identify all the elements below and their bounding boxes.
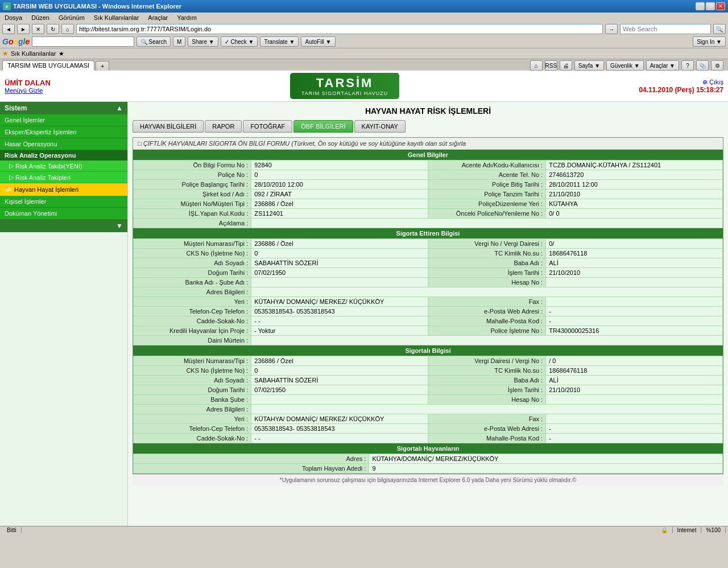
address-input[interactable] (76, 24, 603, 34)
autofill-button[interactable]: AutoFill ▼ (301, 36, 335, 47)
tab-fotograf[interactable]: FOTOĞRAF (243, 120, 292, 133)
browser-rss-btn[interactable]: RSS (545, 60, 557, 71)
section-genel-bilgiler: Genel Bilgiler (133, 150, 723, 160)
stop-button[interactable]: ✕ (32, 24, 44, 34)
signin-button[interactable]: Sign In ▼ (693, 36, 726, 47)
share-button[interactable]: Share ▼ (188, 36, 218, 47)
page-btn[interactable]: Sayfa ▼ (574, 60, 604, 71)
menu-dosya[interactable]: Dosya (2, 14, 24, 22)
tarsim-logo: TARSİM TARIM SİGORTALARI HAVUZU (290, 73, 399, 99)
bottom-notice: *Uygulamanın sorunsuz çalışması için bil… (133, 474, 723, 485)
sidebar-item-kisisel[interactable]: Kişisel İşlemler (0, 196, 127, 208)
browser-search-button[interactable]: 🔍 (713, 24, 726, 34)
status-bar: Bitti 🔒 Internet %100 (0, 526, 728, 534)
menu-goruntum[interactable]: Görünüm (56, 14, 87, 22)
menu-sk[interactable]: Sık Kullanılanlar (92, 14, 142, 22)
value-on-bilgi: 92840 (251, 160, 428, 170)
sidebar-header: Sistem ▲ (0, 102, 127, 114)
favorites-label[interactable]: Sık Kullanılanlar (11, 50, 56, 57)
tools-btn[interactable]: Araçlar ▼ (646, 60, 679, 71)
sigortali-bilgisi-table: Müşteri Numarası/Tipi : 236886 / Özel Ve… (133, 356, 723, 443)
translate-button[interactable]: Translate ▼ (260, 36, 299, 47)
go-button[interactable]: → (605, 24, 618, 34)
section-sigortali-hayvanlar: Sigortalı Hayvanların (133, 443, 723, 454)
table-row: CKS No (İşletme No) : 0 TC Kimlik No.su … (134, 366, 723, 376)
browser-search-input[interactable] (620, 24, 711, 34)
value-acente: TCZB.DOMANİÇ-KÜTAHYA / ZS112401 (546, 160, 723, 170)
table-row: Yeri : KÜTAHYA/ DOMANİÇ/ MERKEZ/ KÜÇÜKKÖ… (134, 414, 723, 424)
tab-kayit-onay[interactable]: KAYIT-ONAY (354, 120, 406, 133)
sigorta-ettiren-table: Müşteri Numarası/Tipi : 236886 / Özel Ve… (133, 238, 723, 345)
new-tab-button[interactable]: + (96, 61, 109, 71)
browser-tab-tarsim[interactable]: TARSIM WEB UYGULAMASI (2, 60, 94, 71)
menu-toggle-link[interactable]: Menüyü Gizle (5, 87, 43, 94)
table-row: İŞL.Yapan Kul.Kodu : ZS112401 Önceki Pol… (134, 209, 723, 219)
folder-icon: 📁 (5, 186, 13, 193)
favorites-bar: ★ Sık Kullanılanlar ★ (0, 48, 728, 59)
sidebar-item-eksper[interactable]: Eksper/Ekspertiz İşlemleri (0, 126, 127, 138)
check-button[interactable]: ✓ Check ▼ (221, 36, 258, 47)
table-row: Telefon-Cep Telefon : 05353818543- 05353… (134, 424, 723, 434)
logo-subtitle: TARIM SİGORTALARI HAVUZU (301, 90, 388, 96)
table-row: Müşteri Numarası/Tipi : 236886 / Özel Ve… (134, 356, 723, 366)
user-name: ÜMİT DALAN (5, 79, 51, 87)
favorites-star[interactable]: ★ (59, 50, 64, 57)
exit-button[interactable]: ⊕ Çıkış (639, 79, 723, 86)
sigortali-hayvanlar-table: Adres : KÜTAHYA/DOMANİÇ/ MERKEZ/KÜÇÜKKÖY… (133, 454, 723, 474)
table-row: Doğum Tarihi : 07/02/1950 İşlem Tarihi :… (134, 385, 723, 395)
sidebar-scroll-down-bar: ▼ (0, 220, 127, 232)
addon-btn1[interactable]: 📎 (696, 60, 709, 71)
addon-btn2[interactable]: ⚙ (711, 60, 723, 71)
security-btn[interactable]: Güvenlik ▼ (606, 60, 644, 71)
app-icon: e (3, 2, 11, 10)
maximize-button[interactable]: □ (706, 2, 715, 10)
genel-bilgiler-table: Ön Bilgi Formu No : 92840 Acente Adı/Kod… (133, 160, 723, 228)
arrow-icon-2: ▷ (9, 174, 14, 181)
table-row: Adı Soyadı : SABAHATTİN SÖZERİ Baba Adı … (134, 376, 723, 385)
sidebar-item-dokuman[interactable]: Doküman Yönetimi (0, 208, 127, 220)
address-bar: ◄ ► ✕ ↻ ⌂ → 🔍 (0, 23, 728, 35)
table-row: Banka Adı - Şube Adı : Hesap No : (134, 278, 723, 287)
sidebar-item-hayvan-hayat[interactable]: 📁 Hayvan Hayat İşlemleri (0, 183, 127, 196)
menu-yardim[interactable]: Yardım (175, 14, 199, 22)
menu-duzen[interactable]: Düzen (29, 14, 52, 22)
google-search-input[interactable] (32, 36, 134, 47)
tab-hayvan-bilgileri[interactable]: HAYVAN BİLGİLERİ (133, 120, 204, 133)
refresh-button[interactable]: ↻ (47, 24, 59, 34)
sidebar-scroll-down[interactable]: ▼ (116, 222, 123, 230)
sidebar-item-risk-takibi[interactable]: ▷ Risk Analiz Takibi(YENİ) (0, 160, 127, 172)
datetime-display: 04.11.2010 (Perş) 15:18:27 (639, 86, 723, 94)
menu-araclar[interactable]: Araçlar (146, 14, 170, 22)
status-text: Bitti (2, 527, 22, 533)
arrow-icon: ▷ (9, 162, 14, 170)
page-content: ÜMİT DALAN Menüyü Gizle TARSİM TARIM SİG… (0, 71, 728, 526)
tab-obf-bilgileri[interactable]: ÖBF BİLGİLERİ (293, 120, 353, 133)
label-acente: Acente Adı/Kodu-Kullanıcısı : (428, 160, 545, 170)
table-row: Adres : KÜTAHYA/DOMANİÇ/ MERKEZ/KÜÇÜKKÖY (134, 454, 723, 464)
sidebar-section-risk: Risk Analiz Operasyonu (0, 150, 127, 160)
sidebar-item-genel[interactable]: Genel İşlemler (0, 114, 127, 126)
section-sigortali-bilgisi: Sigortalı Bilgisi (133, 345, 723, 356)
table-row: Açıklama : (134, 219, 723, 228)
title-bar: e TARSIM WEB UYGULAMASI - Windows Intern… (0, 0, 728, 13)
page-title: HAYVAN HAYAT RİSK İŞLEMLERİ (133, 106, 723, 116)
back-button[interactable]: ◄ (2, 24, 15, 34)
browser-home-btn[interactable]: ⌂ (530, 60, 543, 71)
home-button[interactable]: ⌂ (61, 24, 74, 34)
google-search-button[interactable]: 🔍 Search (136, 36, 171, 47)
table-row: Adı Soyadı : SABAHATTİN SÖZERİ Baba Adı … (134, 258, 723, 268)
minimize-button[interactable]: _ (696, 2, 705, 10)
sidebar-scroll-up[interactable]: ▲ (116, 104, 123, 112)
gmail-button[interactable]: M (173, 36, 185, 47)
browser-print-btn[interactable]: 🖨 (560, 60, 572, 71)
form-description: □ ÇİFTLİK HAYVANLARI SİGORTA ÖN BİLGİ FO… (133, 138, 723, 150)
forward-button[interactable]: ► (17, 24, 30, 34)
close-button[interactable]: ✕ (716, 2, 725, 10)
table-row: CKS No (İşletme No) : 0 TC Kimlik No.su … (134, 249, 723, 258)
tab-rapor[interactable]: RAPOR (205, 120, 242, 133)
sidebar-item-risk-takipleri[interactable]: ▷ Risk Analiz Takipleri (0, 172, 127, 183)
security-icon: 🔒 (656, 527, 673, 533)
google-toolbar: Google 🔍 Search M Share ▼ ✓ Check ▼ Tran… (0, 35, 728, 48)
help-btn[interactable]: ? (681, 60, 694, 71)
sidebar-item-hasar[interactable]: Hasar Operasyonu (0, 138, 127, 150)
